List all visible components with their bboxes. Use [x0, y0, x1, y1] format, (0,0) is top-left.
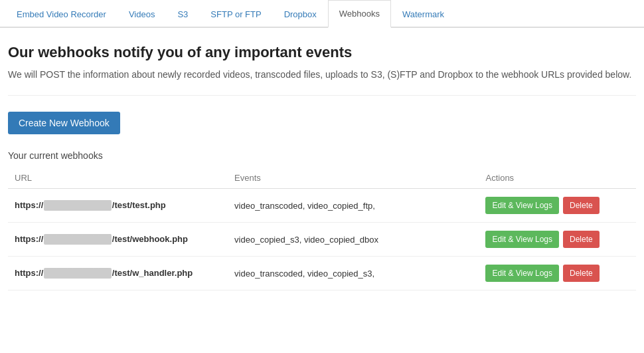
webhook-url-cell: https://████████████/test/w_handler.php [8, 257, 228, 291]
main-content: Our webhooks notify you of any important… [0, 28, 644, 298]
url-prefix: https:// [15, 268, 43, 278]
url-prefix: https:// [15, 200, 43, 210]
actions-group: Edit & View LogsDelete [485, 231, 629, 248]
create-webhook-button[interactable]: Create New Webhook [8, 112, 120, 134]
webhook-actions-cell: Edit & View LogsDelete [479, 223, 636, 257]
edit-view-logs-button[interactable]: Edit & View Logs [485, 231, 559, 248]
nav-tab-embed-video-recorder[interactable]: Embed Video Recorder [5, 1, 118, 27]
nav-tab-webhooks[interactable]: Webhooks [328, 0, 391, 28]
delete-button[interactable]: Delete [563, 265, 600, 282]
actions-group: Edit & View LogsDelete [485, 197, 629, 214]
actions-group: Edit & View LogsDelete [485, 265, 629, 282]
delete-button[interactable]: Delete [563, 197, 600, 214]
webhook-actions-cell: Edit & View LogsDelete [479, 189, 636, 223]
table-row: https://████████████/test/webhook.phpvid… [8, 223, 636, 257]
nav-tabs: Embed Video RecorderVideosS3SFTP or FTPD… [0, 0, 644, 28]
table-body: https://████████████/test/test.phpvideo_… [8, 189, 636, 291]
url-path: /test/webhook.php [112, 234, 188, 244]
webhook-events-cell: video_copied_s3, video_copied_dbox [228, 223, 479, 257]
webhook-actions-cell: Edit & View LogsDelete [479, 257, 636, 291]
webhook-url-cell: https://████████████/test/test.php [8, 189, 228, 223]
current-webhooks-label: Your current webhooks [8, 150, 636, 161]
url-path: /test/w_handler.php [112, 268, 193, 278]
table-row: https://████████████/test/test.phpvideo_… [8, 189, 636, 223]
url-redacted: ████████████ [44, 200, 112, 211]
webhooks-table: URL Events Actions https://████████████/… [8, 168, 636, 291]
delete-button[interactable]: Delete [563, 231, 600, 248]
nav-tab-watermark[interactable]: Watermark [391, 1, 455, 27]
nav-tab-sftp-or-ftp[interactable]: SFTP or FTP [199, 1, 272, 27]
url-redacted: ████████████ [44, 234, 112, 245]
url-prefix: https:// [15, 234, 43, 244]
col-header-url: URL [8, 168, 228, 189]
url-path: /test/test.php [112, 200, 166, 210]
url-redacted: ████████████ [44, 268, 112, 279]
nav-tab-dropbox[interactable]: Dropbox [273, 1, 328, 27]
col-header-events: Events [228, 168, 479, 189]
edit-view-logs-button[interactable]: Edit & View Logs [485, 265, 559, 282]
webhook-events-cell: video_transcoded, video_copied_ftp, [228, 189, 479, 223]
col-header-actions: Actions [479, 168, 636, 189]
page-description: We will POST the information about newly… [8, 68, 636, 96]
page-title: Our webhooks notify you of any important… [8, 44, 636, 61]
nav-tab-videos[interactable]: Videos [118, 1, 167, 27]
nav-tab-s3[interactable]: S3 [166, 1, 199, 27]
table-header: URL Events Actions [8, 168, 636, 189]
edit-view-logs-button[interactable]: Edit & View Logs [485, 197, 559, 214]
webhook-events-cell: video_transcoded, video_copied_s3, [228, 257, 479, 291]
table-row: https://████████████/test/w_handler.phpv… [8, 257, 636, 291]
webhook-url-cell: https://████████████/test/webhook.php [8, 223, 228, 257]
